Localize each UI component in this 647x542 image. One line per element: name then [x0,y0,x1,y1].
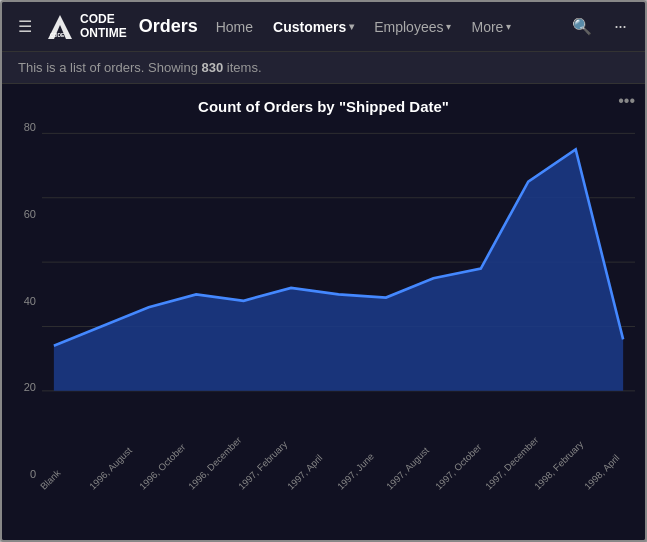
y-label-40: 40 [24,295,36,307]
navbar: ☰ CODE CODE ONTIME Orders Home Customers… [2,2,645,52]
app-window: ☰ CODE CODE ONTIME Orders Home Customers… [0,0,647,542]
y-axis: 80 60 40 20 0 [12,121,42,530]
nav-right-actions: 🔍 ··· [565,10,637,44]
search-icon: 🔍 [572,17,592,36]
x-axis-labels: Blank1996, August1996, October1996, Dece… [42,480,635,530]
chart-container: ••• Count of Orders by "Shipped Date" 80… [2,84,645,540]
customers-caret: ▾ [349,21,354,32]
subtitle-bar: This is a list of orders. Showing 830 it… [2,52,645,84]
employees-caret: ▾ [446,21,451,32]
y-label-0: 0 [30,468,36,480]
menu-button[interactable]: ☰ [10,11,40,42]
logo-icon: CODE [44,11,76,43]
subtitle-count: 830 [202,60,224,75]
svg-text:CODE: CODE [50,32,65,38]
nav-more[interactable]: More ▾ [461,13,521,41]
search-button[interactable]: 🔍 [565,10,599,44]
nav-links: Home Customers ▾ Employees ▾ More ▾ [206,13,561,41]
chart-options-button[interactable]: ••• [618,92,635,110]
chart-plot-area: Blank1996, August1996, October1996, Dece… [42,121,635,530]
overflow-menu-button[interactable]: ··· [603,10,637,44]
more-caret: ▾ [506,21,511,32]
chart-title: Count of Orders by "Shipped Date" [12,98,635,115]
subtitle-suffix: items. [223,60,261,75]
hamburger-icon: ☰ [18,18,32,35]
y-label-80: 80 [24,121,36,133]
subtitle-text: This is a list of orders. Showing [18,60,202,75]
ellipsis-icon: ··· [614,16,626,37]
svg-marker-8 [54,149,623,390]
brand-name: CODE ONTIME [80,13,127,39]
nav-home[interactable]: Home [206,13,263,41]
line-chart-svg [42,121,635,480]
logo: CODE CODE ONTIME [44,11,127,43]
nav-customers[interactable]: Customers ▾ [263,13,364,41]
chart-options-icon: ••• [618,92,635,109]
nav-employees[interactable]: Employees ▾ [364,13,461,41]
chart-body: 80 60 40 20 0 [12,121,635,530]
y-label-20: 20 [24,381,36,393]
page-title: Orders [139,16,198,37]
y-label-60: 60 [24,208,36,220]
